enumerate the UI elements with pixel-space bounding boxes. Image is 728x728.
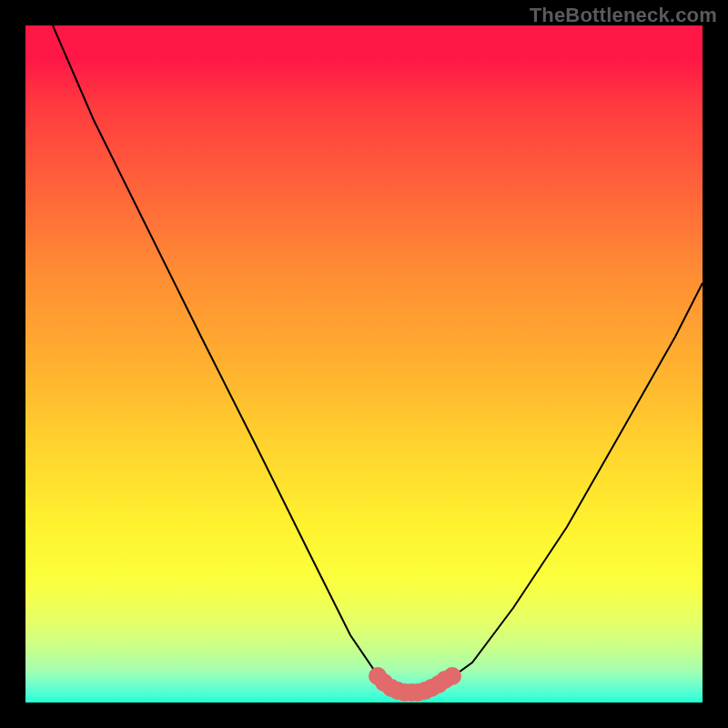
- optimal-band-markers: [372, 671, 458, 698]
- bottleneck-curve-svg: [25, 25, 703, 703]
- watermark-text: TheBottleneck.com: [530, 4, 717, 27]
- chart-frame: TheBottleneck.com: [0, 0, 728, 728]
- bottleneck-curve-path: [53, 25, 703, 693]
- plot-area: [25, 25, 703, 703]
